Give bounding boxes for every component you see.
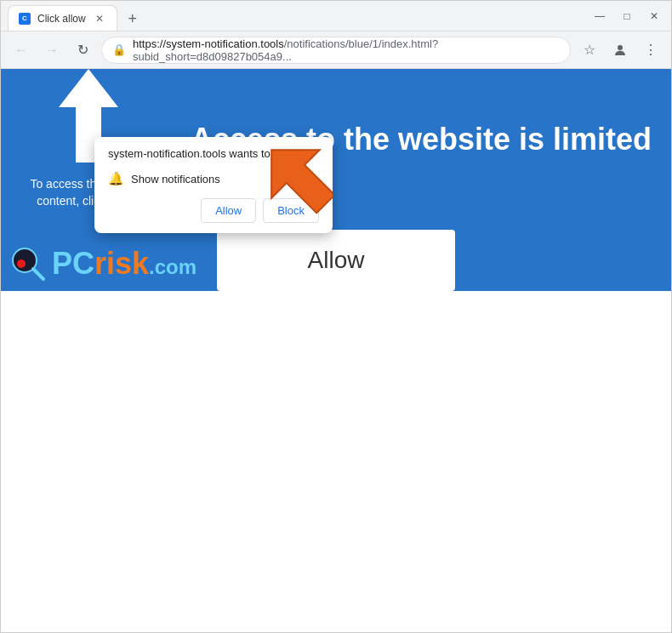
window-controls: — □ ✕ xyxy=(589,6,664,26)
url-highlighted: https://system-notification.tools xyxy=(133,37,284,50)
close-button[interactable]: ✕ xyxy=(644,6,664,26)
svg-point-0 xyxy=(618,45,623,50)
minimize-button[interactable]: — xyxy=(589,6,610,26)
bookmark-button[interactable]: ☆ xyxy=(578,38,601,62)
svg-line-5 xyxy=(33,269,43,279)
address-bar[interactable]: 🔒 https://system-notification.tools/noti… xyxy=(101,37,571,64)
forward-button[interactable]: → xyxy=(40,38,64,62)
svg-marker-1 xyxy=(248,130,333,215)
pcrisk-watermark: PCrisk.com xyxy=(9,245,196,282)
refresh-button[interactable]: ↻ xyxy=(71,38,94,62)
tab-title: Click allow xyxy=(37,13,86,25)
active-tab[interactable]: C Click allow ✕ xyxy=(8,5,117,31)
tab-close-button[interactable]: ✕ xyxy=(93,12,106,26)
permission-label: Show notifications xyxy=(131,173,220,185)
lock-icon: 🔒 xyxy=(112,43,126,56)
risk-text: risk xyxy=(94,246,149,281)
account-button[interactable] xyxy=(608,38,632,62)
tab-area: C Click allow ✕ + xyxy=(8,1,583,31)
maximize-button[interactable]: □ xyxy=(617,6,637,26)
svg-point-4 xyxy=(17,259,26,268)
allow-button[interactable]: Allow xyxy=(217,230,455,291)
com-text: .com xyxy=(149,255,196,278)
bell-icon: 🔔 xyxy=(108,171,124,186)
pc-text: PC xyxy=(52,246,94,281)
new-tab-button[interactable]: + xyxy=(121,7,145,31)
back-button[interactable]: ← xyxy=(9,38,33,62)
content-wrapper: system-notification.tools wants to × 🔔 S… xyxy=(1,69,671,632)
tab-favicon: C xyxy=(19,13,31,25)
menu-button[interactable]: ⋮ xyxy=(639,38,663,62)
url-text: https://system-notification.tools/notifi… xyxy=(133,37,560,63)
pcrisk-logo: PCrisk.com xyxy=(52,246,196,282)
toolbar: ← → ↻ 🔒 https://system-notification.tool… xyxy=(1,31,671,69)
magnifier-icon xyxy=(9,245,47,282)
arrow-annotation xyxy=(248,130,333,215)
title-bar: C Click allow ✕ + — □ ✕ xyxy=(1,1,671,31)
browser-window: C Click allow ✕ + — □ ✕ ← → ↻ 🔒 https://… xyxy=(0,0,672,633)
